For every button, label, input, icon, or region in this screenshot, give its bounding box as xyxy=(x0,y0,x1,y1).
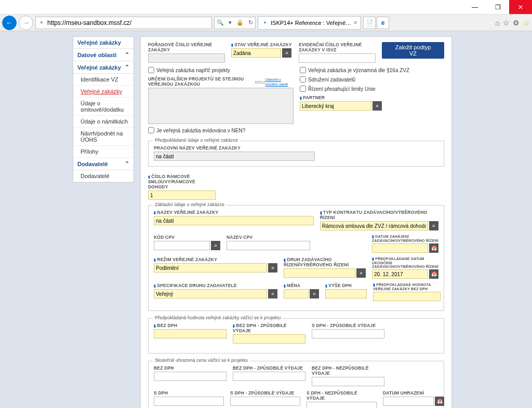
chk-vyznamna[interactable] xyxy=(300,67,306,73)
input-bezdph-zp[interactable] xyxy=(233,334,305,344)
close-tab-icon[interactable]: ✕ xyxy=(353,20,357,25)
lookup-cpv-button[interactable]: ≡ xyxy=(211,241,220,250)
input-evid[interactable] xyxy=(299,53,376,63)
input-mena[interactable] xyxy=(284,289,309,298)
label-rezim: REŽIM VEŘEJNÉ ZAKÁZKY xyxy=(154,257,277,262)
textarea-urceni[interactable] xyxy=(148,88,294,124)
browser-toolbar: ← → 🔹 https://mseu-sandbox.mssf.cz/ 🔍 ▾ … xyxy=(0,15,532,31)
input-rezim[interactable] xyxy=(154,263,267,273)
label-datum-uhr: DATUM UHRAZENÍ xyxy=(383,390,444,396)
label-sdph-nezp: S DPH - NEZPŮSOBILÉ VÝDAJE xyxy=(307,390,377,401)
chk-rizeni[interactable] xyxy=(300,86,306,92)
input-bezdph-zp2[interactable] xyxy=(233,372,305,381)
sidebar-section-vz[interactable]: Veřejné zakázky xyxy=(73,37,134,49)
lookup-rezim-button[interactable]: ≡ xyxy=(268,263,277,273)
input-datum-zah[interactable] xyxy=(372,243,428,253)
label-stav: STAV VEŘEJNÉ ZAKÁZKY xyxy=(231,42,292,47)
label-sdph-zp2: S DPH - ZPŮSOBILÉ VÝDAJE xyxy=(230,390,300,396)
cal-uhr-button[interactable]: 📅 xyxy=(435,397,444,406)
input-sdph-nezp[interactable] xyxy=(307,402,377,408)
back-button[interactable]: ← xyxy=(2,16,17,30)
input-partner[interactable] xyxy=(300,101,371,111)
input-typ-kontr[interactable] xyxy=(320,221,428,230)
input-bezdph-nezp[interactable] xyxy=(312,377,384,386)
sidebar-item-namitky[interactable]: Údaje o námitkách xyxy=(73,116,134,128)
input-nazev-vz[interactable] xyxy=(154,216,314,225)
smile-icon[interactable]: ☺ xyxy=(523,19,530,27)
chk-sdruzeni[interactable] xyxy=(300,76,306,83)
sidebar-item-uohs[interactable]: Návrh/podnět na ÚOHS xyxy=(73,128,134,146)
label-prac-nazev: PRACOVNÍ NÁZEV VEŘEJNÉ ZAKÁZKY xyxy=(154,145,315,151)
browser-tab[interactable]: 🔹 ISKP14+ Reference : Veřejné… ✕ xyxy=(258,16,361,30)
chk-rizeni-label: Řízení přesahující limity Unie xyxy=(308,86,376,92)
gear-icon[interactable]: ⚙ xyxy=(513,19,520,27)
tab-title: ISKP14+ Reference : Veřejné… xyxy=(271,20,351,26)
forward-button[interactable]: → xyxy=(19,16,33,30)
label-bezdph: BEZ DPH xyxy=(154,323,227,328)
input-kod-cpv[interactable] xyxy=(154,241,210,250)
sidebar-item-smlouva[interactable]: Údaje o smlouvě/dodatku xyxy=(73,98,134,116)
sidebar-section-dodavatele[interactable]: Dodavatelé⌃ xyxy=(73,158,134,170)
sidebar-item-identifikace[interactable]: Identifikace VZ xyxy=(73,74,134,86)
label-typ-kontr: TYP KONTRAKTU ZADÁVACÍHO/VÝBĚROVÉHO ŘÍZE… xyxy=(320,210,438,220)
label-predp-hodnota: PŘEDPOKLÁDANÁ HODNOTA VEŘEJNÉ ZAKÁZKY BE… xyxy=(373,283,441,291)
lookup-druh-button[interactable]: ≡ xyxy=(356,268,366,278)
input-datum-uhr[interactable] xyxy=(383,397,434,406)
fieldset-zakladni: Základní údaje o veřejné zakázce NÁZEV V… xyxy=(148,205,444,311)
input-nazev-cpv[interactable] xyxy=(227,241,310,250)
chevron-up-icon: ⌃ xyxy=(125,160,129,167)
sidebar-section-datove[interactable]: Datové oblasti⌃ xyxy=(73,49,134,61)
submit-podtyp-button[interactable]: Založit podtyp VZ xyxy=(382,42,444,59)
new-tab-button[interactable]: 📄 xyxy=(363,17,376,29)
input-vyse-dph[interactable] xyxy=(325,289,367,298)
url-text: https://mseu-sandbox.mssf.cz/ xyxy=(47,19,131,26)
sidebar-item-dodavatele[interactable]: Dodavatelé xyxy=(73,170,134,182)
label-bezdph-zp: BEZ DPH - ZPŮSOBILÉ VÝDAJE xyxy=(233,323,305,333)
edge-button[interactable]: e xyxy=(377,17,389,29)
cal-datum-zah-button[interactable]: 📅 xyxy=(429,243,438,253)
chk-napric[interactable] xyxy=(148,67,154,73)
address-bar[interactable]: 🔹 https://mseu-sandbox.mssf.cz/ xyxy=(35,17,212,29)
refresh-icon: ↻ xyxy=(248,19,253,26)
sidebar-section-vz2[interactable]: Veřejné zakázky⌃ xyxy=(73,61,134,74)
legend-predpoklad: Předpokládané údaje o veřejné zakázce xyxy=(153,138,240,143)
label-sdph: S DPH xyxy=(154,390,224,396)
star-icon[interactable]: ☆ xyxy=(503,19,510,27)
window-titlebar: — ❐ ✕ xyxy=(0,0,532,15)
chk-nen[interactable] xyxy=(148,127,154,133)
input-druh[interactable] xyxy=(284,268,355,278)
input-sdph-zp[interactable] xyxy=(312,329,384,338)
input-spec[interactable] xyxy=(154,289,267,298)
sidebar-item-verejne-zakazky[interactable]: Veřejné zakázky xyxy=(73,86,134,98)
close-button[interactable]: ✕ xyxy=(509,0,532,14)
input-poradove[interactable] xyxy=(148,53,225,63)
cal-predp-button[interactable]: 📅 xyxy=(429,269,438,279)
lookup-spec-button[interactable]: ≡ xyxy=(268,289,277,298)
lookup-partner-button[interactable]: ≡ xyxy=(373,101,382,111)
lookup-mena-button[interactable]: ≡ xyxy=(310,289,319,298)
input-bezdph2[interactable] xyxy=(154,372,227,381)
site-icon: 🔹 xyxy=(38,19,45,26)
chevron-up-icon: ⌃ xyxy=(125,51,129,58)
label-vyse-dph: VÝŠE DPH xyxy=(325,283,367,288)
minimize-button[interactable]: — xyxy=(463,0,486,14)
input-ramc[interactable] xyxy=(148,191,216,200)
maximize-button[interactable]: ❐ xyxy=(486,0,509,14)
input-bezdph[interactable] xyxy=(154,329,227,338)
input-stav[interactable] xyxy=(231,48,281,58)
lookup-stav-button[interactable]: ≡ xyxy=(282,48,291,58)
label-datum-zah: DATUM ZAHÁJENÍ ZADÁVACÍHO/VÝBĚROVÉHO ŘÍZ… xyxy=(372,235,438,242)
input-sdph-zp2[interactable] xyxy=(230,397,300,406)
home-icon[interactable]: ⌂ xyxy=(495,19,499,27)
lookup-typ-button[interactable]: ≡ xyxy=(429,221,438,230)
sidebar-item-prilohy[interactable]: Přílohy xyxy=(73,146,134,158)
input-prac-nazev[interactable] xyxy=(154,152,315,161)
open-new-link[interactable]: Otevřít v novém okně xyxy=(265,77,294,87)
input-predp-datum[interactable] xyxy=(372,269,428,279)
label-poradove: POŘADOVÉ ČÍSLO VEŘEJNÉ ZAKÁZKY xyxy=(148,42,225,52)
lock-icon: 🔒 xyxy=(236,19,244,26)
search-box[interactable]: 🔍 ▾ 🔒 ↻ xyxy=(214,17,256,29)
input-predp-hodnota[interactable] xyxy=(373,292,441,301)
label-bezdph-zp2: BEZ DPH - ZPŮSOBILÉ VÝDAJE xyxy=(233,365,305,371)
input-sdph[interactable] xyxy=(154,397,224,406)
